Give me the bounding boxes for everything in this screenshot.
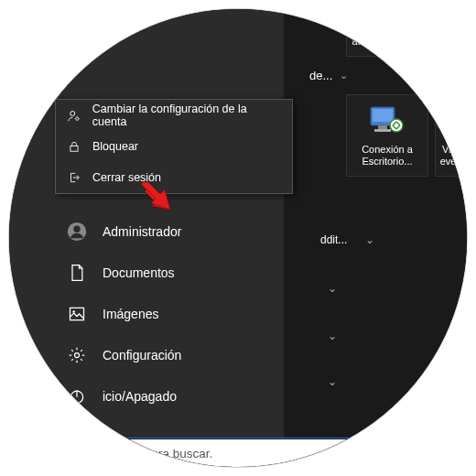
svg-rect-3 [378,125,387,129]
menu-item-label: Cambiar la configuración de la cuenta [92,103,283,128]
chevron-down-icon[interactable]: ⌄ [328,375,337,388]
svg-rect-8 [451,119,463,122]
menu-item-change-account-settings[interactable]: Cambiar la configuración de la cuenta [56,100,292,131]
svg-point-13 [75,352,80,357]
tile-admin-tools[interactable]: Herramienta... administrativa... [346,9,428,57]
svg-rect-7 [451,114,463,117]
sidebar-item-power[interactable]: icio/Apagado [64,375,275,416]
user-icon [64,222,90,242]
search-placeholder: aquí para buscar. [117,447,212,460]
tile-remote-desktop[interactable]: Conexión a Escritorio... [346,94,428,177]
svg-point-12 [72,310,75,313]
svg-rect-18 [70,146,78,151]
tools-icon [369,9,406,20]
sidebar-item-label: Imágenes [103,307,158,321]
app-row-label: ddit... [320,233,347,246]
sidebar-item-documents[interactable]: Documentos [64,252,275,293]
document-icon [64,264,90,282]
menu-item-sign-out[interactable]: Cerrar sesión [56,162,292,193]
chevron-down-icon[interactable]: ⌄ [328,282,337,295]
tile-event-viewer[interactable]: Visor d eventos [435,94,467,177]
menu-item-label: Bloquear [92,140,138,153]
app-list-expand[interactable]: ddit...⌄ [320,233,374,246]
lock-icon [65,140,83,153]
svg-rect-0 [375,9,399,14]
chevron-down-icon: ⌄ [340,70,348,81]
svg-rect-4 [374,129,391,132]
sidebar-item-pictures[interactable]: Imágenes [64,293,275,334]
sign-out-icon [65,171,83,184]
tile-label: Herramienta... administrativa... [352,24,422,48]
svg-rect-2 [373,109,393,122]
picture-icon [64,305,90,323]
tile-label: Visor d eventos [440,144,467,168]
sidebar-item-label: icio/Apagado [103,389,177,404]
start-tiles-area: de... ⌄ Herramienta... administrativa... [284,9,467,439]
svg-point-16 [70,111,75,115]
sidebar-item-label: Configuración [103,348,181,362]
tile-group-header[interactable]: de... ⌄ [309,69,348,82]
gear-icon [64,346,90,364]
start-sidebar: Administrador Documentos Imágenes Config… [64,211,275,416]
group-header-label: de... [309,69,332,82]
tile-label: Conexión a Escritorio... [362,144,413,168]
power-icon [64,387,90,406]
start-menu: Administrador Documentos Imágenes Config… [9,9,284,439]
event-viewer-icon [439,103,467,140]
sidebar-item-label: Administrador [103,224,181,239]
menu-item-lock[interactable]: Bloquear [56,131,292,162]
instruction-arrow-icon [137,182,174,219]
chevron-down-icon[interactable]: ⌄ [328,330,337,342]
user-gear-icon [65,109,83,123]
rdp-icon [369,103,406,140]
svg-point-5 [390,119,403,132]
search-input[interactable]: aquí para buscar. [110,439,366,467]
sidebar-item-settings[interactable]: Configuración [64,334,275,375]
svg-rect-11 [70,308,84,319]
svg-rect-6 [449,112,465,133]
user-context-menu: Cambiar la configuración de la cuenta Bl… [55,99,293,194]
svg-point-17 [76,117,79,120]
svg-point-10 [73,225,80,232]
sidebar-item-label: Documentos [103,265,175,280]
